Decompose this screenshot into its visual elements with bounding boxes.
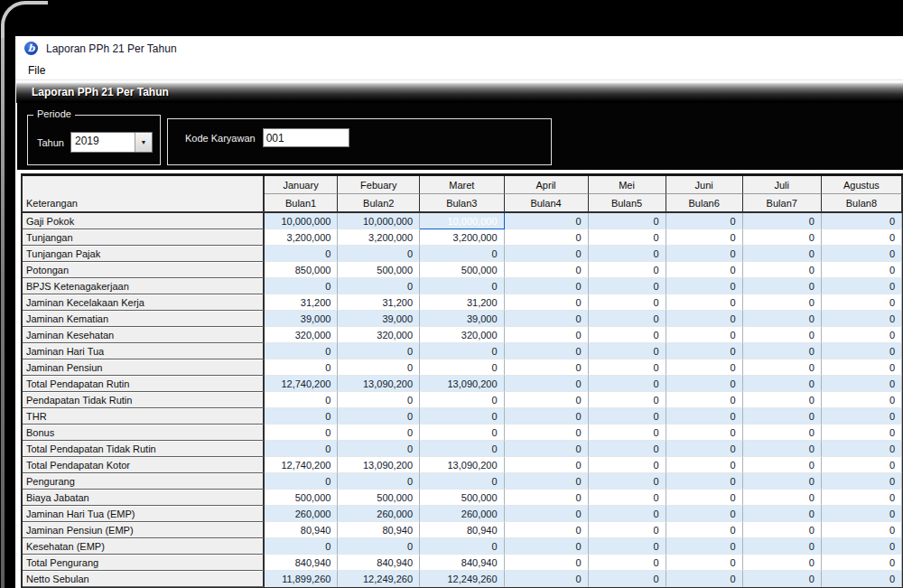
data-cell[interactable]: 0 (589, 555, 666, 571)
data-cell[interactable]: 0 (505, 490, 589, 506)
row-label-cell[interactable]: Jaminan Hari Tua (EMP) (23, 506, 265, 522)
data-cell[interactable]: 11,899,260 (265, 571, 339, 587)
data-cell[interactable]: 0 (822, 571, 902, 587)
data-cell[interactable]: 0 (589, 229, 666, 246)
data-cell[interactable]: 0 (822, 457, 902, 473)
data-cell[interactable]: 260,000 (338, 506, 420, 522)
data-cell[interactable]: 0 (589, 571, 666, 587)
data-cell[interactable]: 0 (505, 327, 589, 343)
data-cell[interactable]: 0 (589, 294, 666, 311)
data-cell[interactable]: 0 (589, 311, 666, 327)
row-label-cell[interactable]: Jaminan Kecelakaan Kerja (23, 294, 265, 311)
data-cell[interactable]: 0 (505, 343, 589, 359)
data-cell[interactable]: 0 (420, 392, 505, 408)
data-cell[interactable]: 39,000 (265, 311, 339, 327)
data-cell[interactable]: 0 (505, 311, 589, 327)
data-cell[interactable]: 0 (666, 571, 743, 587)
data-cell[interactable]: 0 (666, 213, 743, 229)
data-cell[interactable]: 0 (505, 278, 589, 294)
data-cell[interactable]: 0 (420, 441, 505, 457)
data-cell[interactable]: 0 (505, 213, 589, 229)
row-label-cell[interactable]: Total Pendapatan Tidak Rutin (23, 441, 265, 457)
column-subheader-bulan8[interactable]: Bulan8 (822, 194, 902, 213)
data-cell[interactable]: 260,000 (265, 506, 339, 522)
data-cell[interactable]: 0 (822, 213, 902, 229)
kode-karyawan-input[interactable] (263, 128, 349, 147)
row-label-cell[interactable]: Potongan (23, 262, 265, 278)
data-cell[interactable]: 0 (505, 425, 589, 441)
data-cell[interactable]: 0 (822, 343, 902, 359)
data-cell[interactable]: 0 (505, 457, 589, 473)
data-cell[interactable]: 320,000 (420, 327, 505, 343)
column-header-bulan3[interactable]: Maret (420, 176, 505, 194)
data-cell[interactable]: 0 (505, 294, 589, 311)
row-label-cell[interactable]: Pendapatan Tidak Rutin (23, 392, 265, 408)
data-cell[interactable]: 0 (822, 555, 902, 571)
data-cell[interactable]: 39,000 (420, 311, 505, 327)
data-cell[interactable]: 500,000 (420, 490, 505, 506)
data-cell[interactable]: 0 (743, 343, 822, 359)
data-cell[interactable]: 0 (666, 555, 743, 571)
data-cell[interactable]: 0 (666, 425, 743, 441)
data-cell[interactable]: 0 (822, 473, 902, 490)
data-cell[interactable]: 0 (822, 538, 902, 555)
data-cell[interactable]: 0 (505, 229, 589, 246)
data-cell[interactable]: 0 (589, 262, 666, 278)
row-label-cell[interactable]: Netto Sebulan (23, 571, 265, 587)
data-cell[interactable]: 0 (666, 408, 743, 425)
data-cell[interactable]: 0 (265, 392, 339, 408)
data-cell[interactable]: 0 (743, 311, 822, 327)
data-cell[interactable]: 0 (338, 538, 420, 555)
data-cell[interactable]: 0 (666, 538, 743, 555)
data-cell[interactable]: 0 (743, 327, 822, 343)
data-cell[interactable]: 0 (666, 327, 743, 343)
data-cell[interactable]: 12,740,200 (265, 457, 339, 473)
data-cell[interactable]: 0 (822, 441, 902, 457)
tahun-combobox[interactable]: 2019 ▼ (70, 132, 153, 153)
data-cell[interactable]: 12,249,260 (338, 571, 420, 587)
data-cell[interactable]: 0 (420, 538, 505, 555)
data-cell[interactable]: 0 (265, 408, 339, 425)
row-label-cell[interactable]: Biaya Jabatan (23, 490, 265, 506)
data-cell[interactable]: 0 (743, 555, 822, 571)
data-cell[interactable]: 840,940 (420, 555, 505, 571)
data-cell[interactable]: 3,200,000 (265, 229, 339, 246)
chevron-down-icon[interactable]: ▼ (135, 133, 152, 152)
data-cell[interactable]: 0 (743, 392, 822, 408)
row-label-cell[interactable]: Jaminan Pensiun (EMP) (23, 522, 265, 538)
data-cell[interactable]: 39,000 (338, 311, 420, 327)
data-cell[interactable]: 0 (505, 555, 589, 571)
data-cell[interactable]: 0 (743, 294, 822, 311)
data-cell[interactable]: 320,000 (265, 327, 339, 343)
data-cell[interactable]: 0 (589, 441, 666, 457)
data-cell[interactable]: 0 (666, 376, 743, 392)
data-cell[interactable]: 0 (666, 506, 743, 522)
data-cell[interactable]: 0 (589, 490, 666, 506)
data-cell[interactable]: 0 (666, 392, 743, 408)
data-cell[interactable]: 10,000,000 (265, 213, 339, 229)
data-cell[interactable]: 0 (822, 506, 902, 522)
data-cell[interactable]: 0 (420, 425, 505, 441)
data-cell[interactable]: 0 (743, 359, 822, 376)
data-cell[interactable]: 0 (589, 425, 666, 441)
data-cell[interactable]: 0 (666, 229, 743, 246)
data-cell[interactable]: 0 (822, 425, 902, 441)
data-cell[interactable]: 0 (822, 229, 902, 246)
column-header-bulan5[interactable]: Mei (589, 176, 666, 194)
data-cell[interactable]: 0 (666, 359, 743, 376)
data-cell[interactable]: 840,940 (338, 555, 420, 571)
data-cell[interactable]: 0 (822, 246, 902, 262)
data-cell[interactable]: 0 (589, 506, 666, 522)
row-label-cell[interactable]: Jaminan Hari Tua (23, 343, 265, 359)
data-cell[interactable]: 0 (666, 343, 743, 359)
data-cell[interactable]: 0 (420, 343, 505, 359)
data-cell[interactable]: 0 (589, 376, 666, 392)
row-label-cell[interactable]: Jaminan Kesehatan (23, 327, 265, 343)
data-cell[interactable]: 13,090,200 (420, 376, 505, 392)
data-cell[interactable]: 0 (666, 262, 743, 278)
data-cell[interactable]: 0 (743, 441, 822, 457)
data-cell[interactable]: 0 (743, 213, 822, 229)
data-cell[interactable]: 0 (743, 506, 822, 522)
data-cell[interactable]: 0 (822, 359, 902, 376)
data-cell[interactable]: 0 (338, 359, 420, 376)
